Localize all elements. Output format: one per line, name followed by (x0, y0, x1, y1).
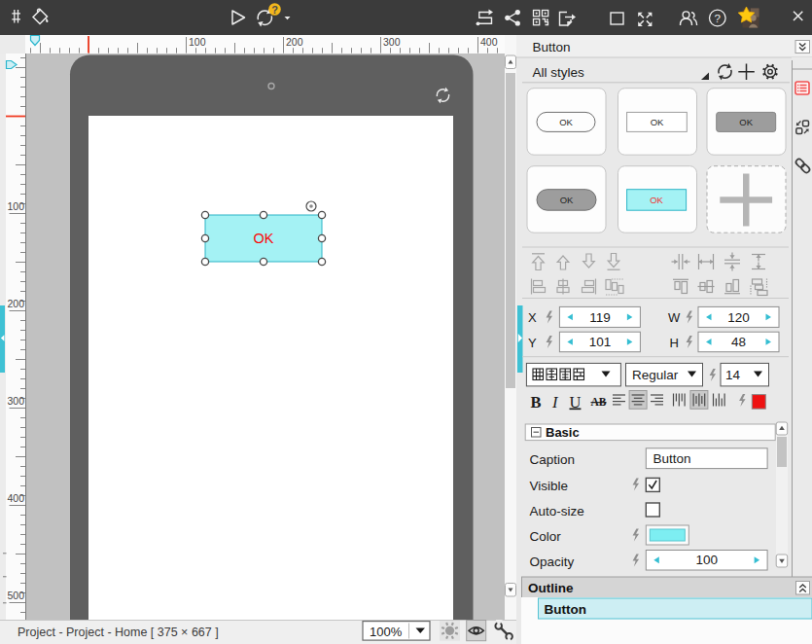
svg-text:W: W (668, 310, 681, 325)
svg-text:All styles: All styles (533, 65, 585, 80)
svg-text:200: 200 (7, 298, 24, 309)
svg-text:300: 300 (7, 395, 24, 407)
svg-text:100: 100 (189, 36, 206, 48)
svg-text:OK: OK (559, 117, 573, 127)
svg-text:Button: Button (533, 40, 571, 54)
svg-text:Regular: Regular (632, 368, 679, 382)
svg-text:48: 48 (731, 335, 746, 349)
svg-text:?: ? (715, 13, 721, 24)
svg-text:500: 500 (7, 590, 24, 601)
svg-text:AB: AB (591, 396, 607, 408)
svg-text:100%: 100% (370, 625, 403, 639)
svg-text:Auto-size: Auto-size (530, 504, 584, 519)
svg-text:B: B (531, 393, 542, 411)
svg-text:Button: Button (545, 602, 586, 617)
svg-text:Outline: Outline (528, 581, 574, 595)
svg-text:OK: OK (651, 117, 664, 127)
svg-text:OK: OK (560, 195, 574, 205)
svg-text:Visible: Visible (530, 479, 569, 493)
svg-text:101: 101 (589, 335, 612, 349)
svg-text:Basic: Basic (546, 425, 580, 440)
svg-text:Project - Project - Home [ 375: Project - Project - Home [ 375 × 667 ] (18, 626, 219, 639)
svg-text:14: 14 (725, 368, 741, 382)
svg-text:X: X (528, 310, 537, 325)
svg-text:OK: OK (650, 195, 663, 205)
svg-text:U: U (570, 393, 582, 411)
svg-text:120: 120 (727, 310, 750, 325)
svg-text:OK: OK (739, 117, 753, 127)
svg-text:Caption: Caption (530, 452, 576, 467)
svg-text:300: 300 (383, 36, 401, 48)
svg-text:100: 100 (7, 200, 24, 212)
svg-text:Y: Y (528, 336, 537, 350)
svg-text:?: ? (271, 4, 278, 16)
svg-text:119: 119 (589, 310, 611, 325)
svg-text:Opacity: Opacity (530, 555, 575, 569)
svg-text:100: 100 (695, 553, 718, 567)
svg-text:400: 400 (480, 36, 498, 48)
svg-text:Button: Button (653, 451, 691, 466)
svg-text:Color: Color (530, 529, 562, 544)
svg-text:OK: OK (254, 231, 274, 246)
svg-text:H: H (670, 336, 679, 350)
svg-text:400: 400 (7, 492, 24, 504)
svg-text:200: 200 (286, 36, 303, 48)
